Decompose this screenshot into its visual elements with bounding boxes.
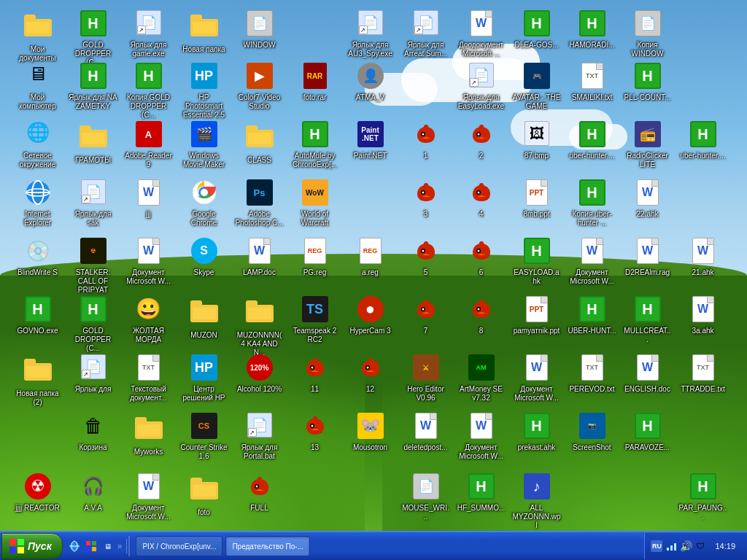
desktop-icon-i4[interactable]: 📄 WINDOW xyxy=(232,7,287,52)
desktop-icon-i99[interactable]: foto xyxy=(177,470,231,520)
desktop-icon-i86[interactable]: Myworks xyxy=(121,410,176,459)
desktop-icon-i11[interactable]: 🖥 Мой компьютер xyxy=(10,60,65,114)
desktop-icon-i74[interactable]: TXT Текстовый документ... xyxy=(121,351,176,405)
volume-tray-icon[interactable]: 🔊 xyxy=(680,540,692,552)
desktop-icon-i93[interactable]: H prekast.ahk xyxy=(509,410,564,455)
desktop-icon-i53[interactable]: 5 xyxy=(398,235,453,280)
desktop-icon-i21[interactable]: H PLL-COUNT... xyxy=(620,60,675,105)
desktop-icon-i28[interactable]: Paint.NET Paint.NET xyxy=(343,118,398,163)
desktop-icon-i14[interactable]: HP HP Photosmart Essential 2.5 xyxy=(177,60,231,122)
desktop-icon-i67[interactable]: 8 xyxy=(454,293,508,338)
desktop-icon-i6[interactable]: 📄↗ Ярлык для Arreat Sum... xyxy=(398,7,453,61)
desktop-icon-i91[interactable]: W deletedpost... xyxy=(398,410,453,455)
desktop-icon-i46[interactable]: 💿 BlindWrite S xyxy=(10,235,65,280)
desktop-icon-i15[interactable]: ▶ Color7 Video Studio xyxy=(232,60,287,114)
desktop-icon-i71[interactable]: W 3a.ahk xyxy=(676,293,730,338)
network-tray-icon[interactable] xyxy=(665,540,677,552)
desktop-icon-i68[interactable]: PPT pamуатnik.ppt xyxy=(509,293,564,338)
desktop-icon-i83[interactable]: W ENGLISH.doc xyxy=(620,351,675,397)
desktop-icon-i80[interactable]: AM ArtMoney SE v7.32 xyxy=(454,351,508,405)
ie-quicklaunch-icon[interactable] xyxy=(67,539,82,553)
desktop-icon-i5[interactable]: 📄↗ Ярлык для AU3_Spy.exe xyxy=(343,7,398,61)
desktop-icon-i31[interactable]: 🖼 87.bmp xyxy=(509,118,564,163)
desktop-icon-i60[interactable]: H GOLD DROPPER (C... xyxy=(66,293,120,356)
desktop-icon-i75[interactable]: HP Центр решений HP xyxy=(177,351,231,405)
desktop-icon-i16[interactable]: RAR foto.rar xyxy=(287,60,342,105)
desktop-icon-i9[interactable]: H HAMORADI... xyxy=(565,7,619,52)
desktop-icon-i45[interactable]: W 22.ahk xyxy=(620,176,675,222)
desktop-icon-i8[interactable]: H DLEA-GOS... xyxy=(509,7,564,52)
desktop-icon-i23[interactable]: ГРАМОТЫ xyxy=(66,118,120,168)
desktop-icon-i25[interactable]: 🎬 Windows Movie Maker xyxy=(177,118,231,172)
desktop-icon-i18[interactable]: 📄↗ Ярлык для EasyLoad.exe xyxy=(454,60,508,114)
desktop-icon-i87[interactable]: CS Counter Strike 1.6 xyxy=(177,410,231,464)
desktop-icon-i73[interactable]: 📄↗ Ярлык для xyxy=(66,351,120,397)
desktop-icon-i27[interactable]: H AutoMule by ChronoExp[... xyxy=(287,118,342,172)
desktop-icon-i36[interactable]: 📄↗ Ярлык для sak xyxy=(66,176,120,230)
desktop-icon-i47[interactable]: ☢ STALKER: CALL OF PRIPYAT xyxy=(66,235,120,298)
desktop-icon-i38[interactable]: Google Chrome xyxy=(177,176,231,230)
desktop-icon-i89[interactable]: 13 xyxy=(287,410,342,455)
desktop-icon-i26[interactable]: CLASS xyxy=(232,118,287,168)
desktop-icon-i82[interactable]: TXT PEREVOD.txt xyxy=(565,351,619,397)
desktop-icon-i44[interactable]: H Копия uber-hunter ... xyxy=(565,176,619,230)
expand-quicklaunch[interactable]: » xyxy=(117,541,123,551)
desktop-icon-i61[interactable]: 😀 ЖОЛТАЯ МОРДА xyxy=(121,293,176,347)
desktop-icon-i7[interactable]: W Доодокумент Microsoft ... xyxy=(454,7,508,61)
desktop-icon-i48[interactable]: W Документ Microsoft W... xyxy=(121,235,176,289)
desktop-icon-i33[interactable]: 📻 RadioClicker LITE xyxy=(620,118,675,172)
windows-quicklaunch-icon[interactable] xyxy=(84,539,98,553)
desktop-icon-i51[interactable]: REG PG.reg xyxy=(287,235,342,280)
desktop-icon-i35[interactable]: Internet Explorer xyxy=(10,176,65,230)
desktop-icon-i92[interactable]: W Документ Microsoft W... xyxy=(454,410,508,464)
desktop-icon-i69[interactable]: H UBER-HUNT... xyxy=(565,293,619,338)
desktop-icon-i95[interactable]: H PARAVOZE... xyxy=(620,410,675,455)
desktop-icon-i52[interactable]: REG a.reg xyxy=(343,235,398,280)
desktop-icon-i3[interactable]: Новая папка xyxy=(177,7,231,57)
desktop-icon-i17[interactable]: 👤 ATMA_V xyxy=(343,60,398,105)
lang-tray-icon[interactable]: RU xyxy=(651,540,662,552)
desktop-icon-i59[interactable]: H GOVNO.exe xyxy=(10,293,65,338)
desktop-icon-i40[interactable]: WoW World of Warcraft xyxy=(287,176,342,230)
desktop-icon-i58[interactable]: W 21.ahk xyxy=(676,235,730,280)
desktop-icon-i39[interactable]: Ps Adobe Photoshop C... xyxy=(232,176,287,230)
desktop-icon-i10[interactable]: 📄 Копия WINDOW xyxy=(620,7,675,61)
desktop-icon-i77[interactable]: 11 xyxy=(287,351,342,397)
desktop-icon-i50[interactable]: W LAMP.doc xyxy=(232,235,287,280)
desktop-icon-i85[interactable]: 🗑 Корзина xyxy=(66,410,120,455)
desktop-icon-i42[interactable]: 4 xyxy=(454,176,508,222)
desktop-icon-i78[interactable]: 12 xyxy=(343,351,398,397)
desktop-icon-i57[interactable]: W D2REAlm.rag xyxy=(620,235,675,280)
desktop-icon-i12[interactable]: H Ярлык для NA ZAMETKY xyxy=(66,60,120,114)
desktop-icon-i55[interactable]: H EASYLOAD.ahk xyxy=(509,235,564,289)
taskbar-btn-prev[interactable]: Предательство По-... xyxy=(225,536,310,556)
desktop-icon-i13[interactable]: H Копия GOLD DROPPER (C... xyxy=(121,60,176,122)
desktop-icon-i84[interactable]: TXT TTRADDE.txt xyxy=(676,351,730,397)
desktop-icon-i29[interactable]: 1 xyxy=(398,118,453,163)
desktop-icon-i19[interactable]: 🎮 AVATAR - THE GAME xyxy=(509,60,564,114)
security-tray-icon[interactable]: 🛡 xyxy=(694,540,706,552)
desktop-icon-i22[interactable]: 🌐 Сетевое окружение xyxy=(10,118,65,172)
desktop-icon-i103[interactable]: ♪ ALL MYZONNN.wpl xyxy=(509,470,564,531)
desktop-icon-i97[interactable]: 🎧 A.V.A xyxy=(66,470,120,516)
desktop-icon-i104[interactable]: H PAR_PAUNG... xyxy=(676,470,730,524)
desktop-icon-i20[interactable]: TXT SMAILIKI.txt xyxy=(565,60,619,105)
desktop-quicklaunch-icon[interactable]: 🖥 xyxy=(101,539,115,553)
desktop-icon-i43[interactable]: PPT 8mb.ppt xyxy=(509,176,564,222)
desktop-icon-i101[interactable]: 📄 MOUSE_WRI... xyxy=(398,470,453,524)
taskbar-btn-pix[interactable]: PIX / ChronoExp[unv... xyxy=(136,536,222,556)
desktop-icon-i63[interactable]: MUZONNNN(4 KA4 AND N... xyxy=(232,293,287,360)
desktop-icon-i30[interactable]: 2 xyxy=(454,118,508,163)
desktop-icon-i79[interactable]: ⚔ Hero Editor V0.96 xyxy=(398,351,453,405)
desktop-icon-i0[interactable]: Мои документы xyxy=(10,7,65,66)
desktop-icon-i98[interactable]: W Документ Microsoft W... xyxy=(121,470,176,524)
desktop-icon-i56[interactable]: W Документ Microsoft W... xyxy=(565,235,619,289)
desktop-icon-i102[interactable]: H HF_SUMMO... xyxy=(454,470,508,516)
desktop-icon-i66[interactable]: 7 xyxy=(398,293,453,338)
desktop-icon-i54[interactable]: 6 xyxy=(454,235,508,280)
desktop-icon-i24[interactable]: A Adobe Reader 9 xyxy=(121,118,176,172)
desktop-icon-i88[interactable]: 📄↗ Ярлык для Portal.bat xyxy=(232,410,287,464)
desktop-icon-i90[interactable]: 🐭 Mousotron xyxy=(343,410,398,455)
desktop-icon-i32[interactable]: H uber-hunter.... xyxy=(565,118,619,163)
desktop-icon-i2[interactable]: 📄↗ Ярлык для game.exe xyxy=(121,7,176,61)
